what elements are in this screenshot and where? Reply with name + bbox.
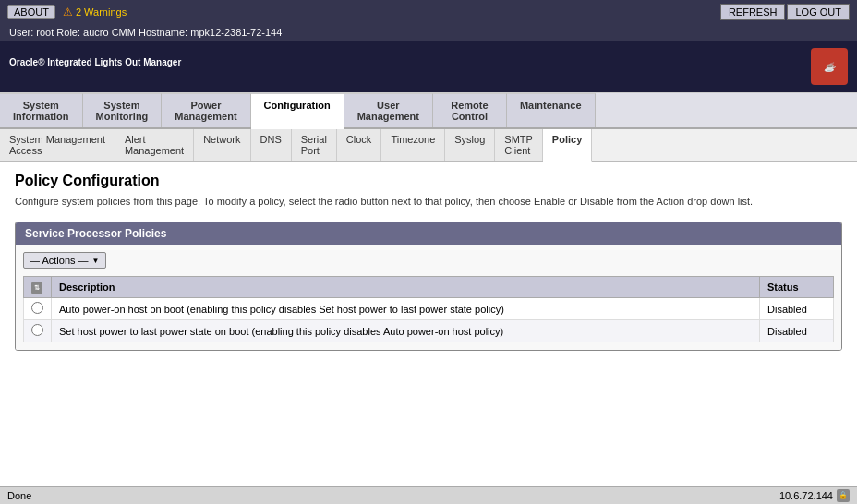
main-nav: SystemInformation SystemMonitoring Power… [0,92,857,129]
policy-radio-1[interactable] [31,302,43,314]
java-icon: ☕ [811,48,848,85]
status-left: Done [7,490,31,501]
content: Policy Configuration Configure system po… [0,162,857,362]
subtab-syslog[interactable]: Syslog [445,129,495,161]
subtab-clock[interactable]: Clock [337,129,382,161]
tab-remote-control[interactable]: RemoteControl [433,93,507,127]
col-radio: ⇅ [24,277,52,298]
section-box: Service Processor Policies — Actions — ⇅… [15,222,842,351]
status-cell-2: Disabled [760,320,834,342]
subtab-network[interactable]: Network [194,129,250,161]
status-bar: Done 10.6.72.144 🔒 [0,486,857,504]
top-bar-right: REFRESH LOG OUT [720,4,850,20]
about-button[interactable]: ABOUT [7,5,55,19]
tab-system-information[interactable]: SystemInformation [0,93,83,127]
logout-button[interactable]: LOG OUT [787,4,850,20]
user-bar: User: root Role: aucro CMM Hostname: mpk… [0,24,857,41]
policy-radio-2[interactable] [31,324,43,336]
subtab-timezone[interactable]: Timezone [381,129,445,161]
actions-dropdown[interactable]: — Actions — [23,252,106,269]
table-row: Auto power-on host on boot (enabling thi… [24,298,834,320]
warnings-link[interactable]: ⚠ 2 Warnings [63,6,127,18]
page-description: Configure system policies from this page… [15,195,842,209]
section-header: Service Processor Policies [16,222,841,245]
user-info: User: root Role: aucro CMM Hostname: mpk… [9,27,282,38]
tab-power-management[interactable]: PowerManagement [162,93,250,127]
radio-cell-1[interactable] [24,298,52,320]
subtab-serial-port[interactable]: SerialPort [292,129,337,161]
table-row: Set host power to last power state on bo… [24,320,834,342]
tab-maintenance[interactable]: Maintenance [507,93,596,127]
status-icon: 🔒 [837,489,850,502]
subtab-policy[interactable]: Policy [543,129,592,162]
policy-table: ⇅ Description Status Auto power-on host … [23,276,834,342]
subtab-system-management-access[interactable]: System ManagementAccess [0,129,115,161]
status-right: 10.6.72.144 🔒 [779,489,850,502]
col-status: Status [760,277,834,298]
subtab-dns[interactable]: DNS [251,129,292,161]
section-content: — Actions — ⇅ Description Status [16,245,841,350]
ip-address: 10.6.72.144 [779,490,833,501]
tab-user-management[interactable]: UserManagement [344,93,433,127]
subtab-alert-management[interactable]: AlertManagement [115,129,194,161]
sub-nav: System ManagementAccess AlertManagement … [0,129,857,162]
tab-configuration[interactable]: Configuration [251,93,344,129]
refresh-button[interactable]: REFRESH [720,4,786,20]
logo-bar: Oracle® Integrated Lights Out Manager ☕ [0,41,857,92]
top-bar-left: ABOUT ⚠ 2 Warnings [7,5,127,19]
status-cell-1: Disabled [760,298,834,320]
warnings-text: 2 Warnings [76,6,127,18]
description-cell-2: Set host power to last power state on bo… [52,320,760,342]
sort-icon: ⇅ [31,282,42,294]
tab-system-monitoring[interactable]: SystemMonitoring [83,93,163,127]
col-description: Description [52,277,760,298]
radio-cell-2[interactable] [24,320,52,342]
top-bar: ABOUT ⚠ 2 Warnings REFRESH LOG OUT [0,0,857,24]
warning-icon: ⚠ [63,6,73,18]
description-cell-1: Auto power-on host on boot (enabling thi… [52,298,760,320]
logo-text: Oracle® Integrated Lights Out Manager [9,56,181,78]
page-title: Policy Configuration [15,173,842,189]
logo-label: Oracle® Integrated Lights Out Manager [9,57,181,67]
subtab-smtp-client[interactable]: SMTPClient [495,129,543,161]
